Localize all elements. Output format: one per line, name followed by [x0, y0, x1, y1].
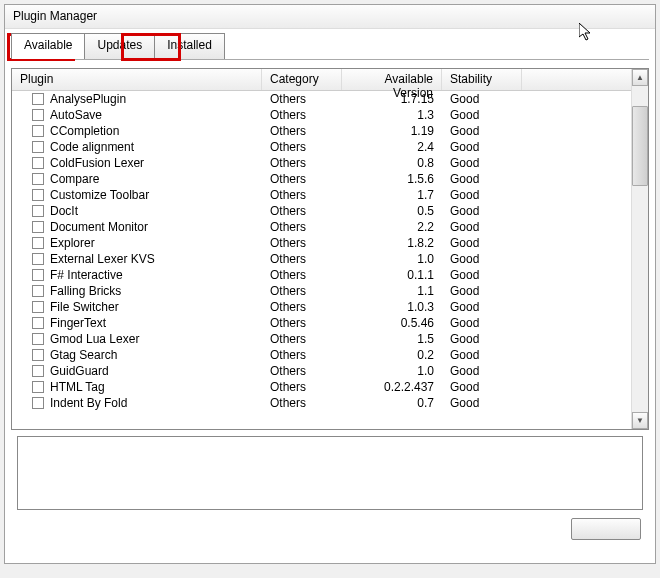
plugin-version: 2.4 — [342, 140, 442, 154]
plugin-name: DocIt — [50, 204, 78, 218]
window-title: Plugin Manager — [5, 5, 655, 29]
table-row[interactable]: CompareOthers1.5.6Good — [12, 171, 631, 187]
table-row[interactable]: ExplorerOthers1.8.2Good — [12, 235, 631, 251]
plugin-category: Others — [262, 172, 342, 186]
plugin-name: Falling Bricks — [50, 284, 121, 298]
plugin-checkbox[interactable] — [32, 269, 44, 281]
plugin-version: 1.5 — [342, 332, 442, 346]
plugin-name: AutoSave — [50, 108, 102, 122]
table-row[interactable]: DocItOthers0.5Good — [12, 203, 631, 219]
table-row[interactable]: External Lexer KVSOthers1.0Good — [12, 251, 631, 267]
plugin-stability: Good — [442, 188, 522, 202]
plugin-category: Others — [262, 156, 342, 170]
table-row[interactable]: Gmod Lua LexerOthers1.5Good — [12, 331, 631, 347]
plugin-category: Others — [262, 252, 342, 266]
scroll-up-icon[interactable]: ▲ — [632, 69, 648, 86]
plugin-category: Others — [262, 396, 342, 410]
plugin-category: Others — [262, 332, 342, 346]
table-row[interactable]: AnalysePluginOthers1.7.15Good — [12, 91, 631, 107]
plugin-checkbox[interactable] — [32, 301, 44, 313]
plugin-category: Others — [262, 124, 342, 138]
plugin-checkbox[interactable] — [32, 381, 44, 393]
plugin-category: Others — [262, 268, 342, 282]
scroll-thumb[interactable] — [632, 106, 648, 186]
plugin-checkbox[interactable] — [32, 109, 44, 121]
plugin-version: 0.1.1 — [342, 268, 442, 282]
plugin-version: 1.1 — [342, 284, 442, 298]
table-row[interactable]: File SwitcherOthers1.0.3Good — [12, 299, 631, 315]
plugin-category: Others — [262, 348, 342, 362]
scroll-down-icon[interactable]: ▼ — [632, 412, 648, 429]
table-row[interactable]: AutoSaveOthers1.3Good — [12, 107, 631, 123]
table-row[interactable]: CCompletionOthers1.19Good — [12, 123, 631, 139]
plugin-stability: Good — [442, 204, 522, 218]
tab-updates[interactable]: Updates — [84, 33, 155, 59]
table-row[interactable]: Customize ToolbarOthers1.7Good — [12, 187, 631, 203]
plugin-checkbox[interactable] — [32, 397, 44, 409]
plugin-checkbox[interactable] — [32, 93, 44, 105]
header-version[interactable]: Available Version — [342, 69, 442, 90]
plugin-category: Others — [262, 300, 342, 314]
plugin-stability: Good — [442, 140, 522, 154]
table-row[interactable]: Document MonitorOthers2.2Good — [12, 219, 631, 235]
header-category[interactable]: Category — [262, 69, 342, 90]
plugin-checkbox[interactable] — [32, 285, 44, 297]
plugin-version: 1.0.3 — [342, 300, 442, 314]
scroll-track[interactable] — [632, 86, 648, 412]
plugin-name: File Switcher — [50, 300, 119, 314]
plugin-checkbox[interactable] — [32, 365, 44, 377]
plugin-checkbox[interactable] — [32, 157, 44, 169]
plugin-name: GuidGuard — [50, 364, 109, 378]
plugin-name: External Lexer KVS — [50, 252, 155, 266]
table-row[interactable]: Falling BricksOthers1.1Good — [12, 283, 631, 299]
plugin-name: F# Interactive — [50, 268, 123, 282]
plugin-category: Others — [262, 316, 342, 330]
plugin-stability: Good — [442, 348, 522, 362]
plugin-version: 1.0 — [342, 364, 442, 378]
plugin-category: Others — [262, 364, 342, 378]
header-stability[interactable]: Stability — [442, 69, 522, 90]
install-button[interactable] — [571, 518, 641, 540]
plugin-name: Customize Toolbar — [50, 188, 149, 202]
table-row[interactable]: Gtag SearchOthers0.2Good — [12, 347, 631, 363]
table-row[interactable]: ColdFusion LexerOthers0.8Good — [12, 155, 631, 171]
plugin-checkbox[interactable] — [32, 237, 44, 249]
table-row[interactable]: HTML TagOthers0.2.2.437Good — [12, 379, 631, 395]
plugin-stability: Good — [442, 108, 522, 122]
plugin-name: CCompletion — [50, 124, 119, 138]
tab-available[interactable]: Available — [11, 33, 85, 59]
button-row — [11, 510, 649, 548]
plugin-name: Gtag Search — [50, 348, 117, 362]
plugin-version: 0.2.2.437 — [342, 380, 442, 394]
table-row[interactable]: Indent By FoldOthers0.7Good — [12, 395, 631, 411]
plugin-category: Others — [262, 140, 342, 154]
plugin-checkbox[interactable] — [32, 317, 44, 329]
tab-strip: Available Updates Installed — [5, 29, 655, 59]
plugin-checkbox[interactable] — [32, 125, 44, 137]
plugin-name: AnalysePlugin — [50, 92, 126, 106]
plugin-checkbox[interactable] — [32, 189, 44, 201]
plugin-version: 1.3 — [342, 108, 442, 122]
plugin-category: Others — [262, 188, 342, 202]
plugin-checkbox[interactable] — [32, 173, 44, 185]
plugin-checkbox[interactable] — [32, 333, 44, 345]
header-plugin[interactable]: Plugin — [12, 69, 262, 90]
plugin-checkbox[interactable] — [32, 141, 44, 153]
table-row[interactable]: GuidGuardOthers1.0Good — [12, 363, 631, 379]
vertical-scrollbar[interactable]: ▲ ▼ — [631, 69, 648, 429]
plugin-version: 1.5.6 — [342, 172, 442, 186]
plugin-stability: Good — [442, 92, 522, 106]
table-row[interactable]: Code alignmentOthers2.4Good — [12, 139, 631, 155]
plugin-checkbox[interactable] — [32, 253, 44, 265]
tab-installed[interactable]: Installed — [154, 33, 225, 59]
plugin-stability: Good — [442, 268, 522, 282]
table-row[interactable]: FingerTextOthers0.5.46Good — [12, 315, 631, 331]
plugin-category: Others — [262, 284, 342, 298]
table-row[interactable]: F# InteractiveOthers0.1.1Good — [12, 267, 631, 283]
plugin-category: Others — [262, 220, 342, 234]
plugin-checkbox[interactable] — [32, 221, 44, 233]
plugin-checkbox[interactable] — [32, 205, 44, 217]
plugin-checkbox[interactable] — [32, 349, 44, 361]
plugin-version: 1.19 — [342, 124, 442, 138]
plugin-info-panel — [17, 436, 643, 510]
